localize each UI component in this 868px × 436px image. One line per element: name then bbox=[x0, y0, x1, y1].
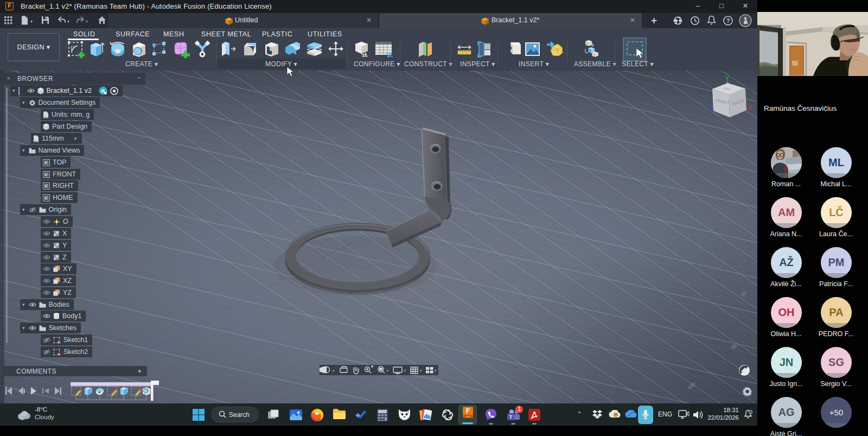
svg-text:X: X bbox=[748, 104, 752, 110]
svg-text:Z: Z bbox=[708, 107, 713, 114]
svg-text:FUS: FUS bbox=[466, 415, 470, 418]
svg-text:T: T bbox=[509, 414, 513, 420]
svg-text:F: F bbox=[466, 407, 470, 415]
svg-text:?: ? bbox=[726, 17, 730, 24]
